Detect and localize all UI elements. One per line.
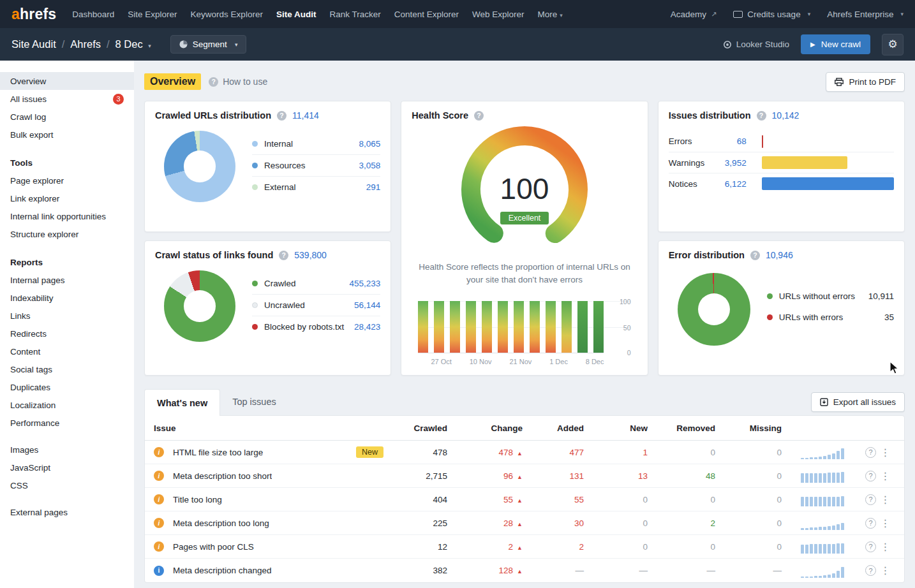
row-menu-icon[interactable]: ⋮ [876,446,895,459]
change-value: 55▲ [447,495,523,504]
legend-value-link[interactable]: 8,065 [359,139,381,149]
dist-value-link[interactable]: 3,952 [715,158,747,168]
sidebar-item-internal-link-opportunities[interactable]: Internal link opportunities [0,207,134,225]
nav-more[interactable]: More▾ [538,10,563,19]
card-total-link[interactable]: 539,800 [294,250,327,260]
col-added[interactable]: Added [523,423,584,433]
nav-site-audit[interactable]: Site Audit [276,10,316,19]
sidebar-item-page-explorer[interactable]: Page explorer [0,172,134,189]
sidebar-item-overview[interactable]: Overview [0,72,134,90]
row-menu-icon[interactable]: ⋮ [876,517,895,529]
help-icon[interactable]: ? [209,77,218,87]
sidebar-item-duplicates[interactable]: Duplicates [0,378,134,396]
new-crawl-button[interactable]: ▶New crawl [801,34,870,54]
issue-link[interactable]: Meta description changed [173,566,272,575]
change-value: 128▲ [447,566,523,575]
dist-value-link[interactable]: 6,122 [715,179,747,189]
col-change[interactable]: Change [447,423,523,433]
card-total-link[interactable]: 10,142 [772,110,800,121]
ahrefs-logo[interactable]: ahrefs [11,6,56,23]
help-icon[interactable]: ? [474,111,484,121]
issue-link[interactable]: Meta description too long [173,518,269,528]
sidebar-item-javascript[interactable]: JavaScript [0,459,134,476]
row-menu-icon[interactable]: ⋮ [876,494,895,506]
sidebar-item-indexability[interactable]: Indexability [0,289,134,307]
trend-up-icon: ▲ [517,521,523,527]
help-icon[interactable]: ? [279,251,288,260]
help-icon[interactable]: ? [865,565,876,576]
nav-content-explorer[interactable]: Content Explorer [394,10,459,19]
issue-link[interactable]: Meta description too short [173,471,272,481]
looker-label: Looker Studio [736,40,789,49]
breadcrumb-site-audit[interactable]: Site Audit [11,38,56,50]
legend-value: 10,911 [868,291,894,301]
row-menu-icon[interactable]: ⋮ [876,564,895,577]
row-menu-icon[interactable]: ⋮ [876,541,895,553]
sidebar-item-social-tags[interactable]: Social tags [0,360,134,378]
sidebar-item-bulk-export[interactable]: Bulk export [0,126,134,143]
issue-link[interactable]: Title too long [173,495,222,504]
sidebar-item-css[interactable]: CSS [0,476,134,494]
sidebar-item-label: All issues [10,94,47,104]
health-history-bar [418,301,428,353]
print-to-pdf-button[interactable]: Print to PDF [826,72,905,92]
sidebar-item-images[interactable]: Images [0,441,134,459]
card-total-link[interactable]: 10,946 [766,250,793,260]
tab-whats-new[interactable]: What's new [144,389,220,416]
col-removed[interactable]: Removed [648,423,715,433]
academy-link[interactable]: Academy↗ [671,10,717,19]
help-icon[interactable]: ? [865,518,876,529]
help-icon[interactable]: ? [750,251,760,260]
sidebar-item-structure-explorer[interactable]: Structure explorer [0,225,134,243]
sidebar-item-links[interactable]: Links [0,307,134,325]
how-to-use-link[interactable]: How to use [223,77,267,87]
sidebar-item-content[interactable]: Content [0,342,134,360]
col-missing[interactable]: Missing [715,423,782,433]
legend-dot [252,163,258,168]
row-menu-icon[interactable]: ⋮ [876,470,895,482]
legend-value-link[interactable]: 291 [366,182,381,192]
export-all-issues-button[interactable]: Export all issues [811,392,905,412]
sidebar-item-localization[interactable]: Localization [0,396,134,414]
dist-value-link[interactable]: 68 [715,136,747,146]
sidebar-item-internal-pages[interactable]: Internal pages [0,271,134,289]
legend-value-link[interactable]: 3,058 [359,161,381,170]
sidebar-item-link-explorer[interactable]: Link explorer [0,189,134,207]
enterprise-menu[interactable]: Ahrefs Enterprise▾ [827,10,904,19]
sidebar-item-performance[interactable]: Performance [0,414,134,432]
nav-rank-tracker[interactable]: Rank Tracker [329,10,380,19]
nav-dashboard[interactable]: Dashboard [72,10,114,19]
issue-link[interactable]: HTML file size too large [173,448,263,457]
sidebar-item-redirects[interactable]: Redirects [0,325,134,342]
settings-button[interactable]: ⚙ [882,34,904,55]
credits-usage-menu[interactable]: Credits usage▾ [733,10,810,19]
dist-label: Errors [669,136,715,146]
sidebar-item-external-pages[interactable]: External pages [0,503,134,521]
col-issue[interactable]: Issue [154,423,392,433]
looker-studio-link[interactable]: Looker Studio [723,40,789,49]
nav-keywords-explorer[interactable]: Keywords Explorer [191,10,263,19]
help-icon[interactable]: ? [757,111,766,121]
breadcrumb-project[interactable]: Ahrefs [70,38,101,50]
sidebar-item-all-issues[interactable]: All issues3 [0,90,134,108]
help-icon[interactable]: ? [865,494,876,505]
issue-link[interactable]: Pages with poor CLS [173,542,254,552]
help-icon[interactable]: ? [865,447,876,458]
nav-site-explorer[interactable]: Site Explorer [128,10,177,19]
tab-top-issues[interactable]: Top issues [220,388,288,415]
nav-web-explorer[interactable]: Web Explorer [472,10,524,19]
legend-value-link[interactable]: 455,233 [350,279,381,288]
legend-value-link[interactable]: 28,423 [354,322,380,332]
sidebar-item-crawl-log[interactable]: Crawl log [0,108,134,126]
col-crawled[interactable]: Crawled [392,423,447,433]
col-new[interactable]: New [584,423,648,433]
segment-button[interactable]: Segment ▾ [170,35,247,54]
legend-dot [252,302,258,308]
help-icon[interactable]: ? [865,541,876,552]
crawl-date-dropdown[interactable]: 8 Dec ▾ [115,38,151,50]
card-total-link[interactable]: 11,414 [292,110,319,121]
trend-up-icon: ▲ [517,568,523,575]
legend-value-link[interactable]: 56,144 [354,300,380,310]
help-icon[interactable]: ? [865,471,876,481]
help-icon[interactable]: ? [277,111,286,121]
